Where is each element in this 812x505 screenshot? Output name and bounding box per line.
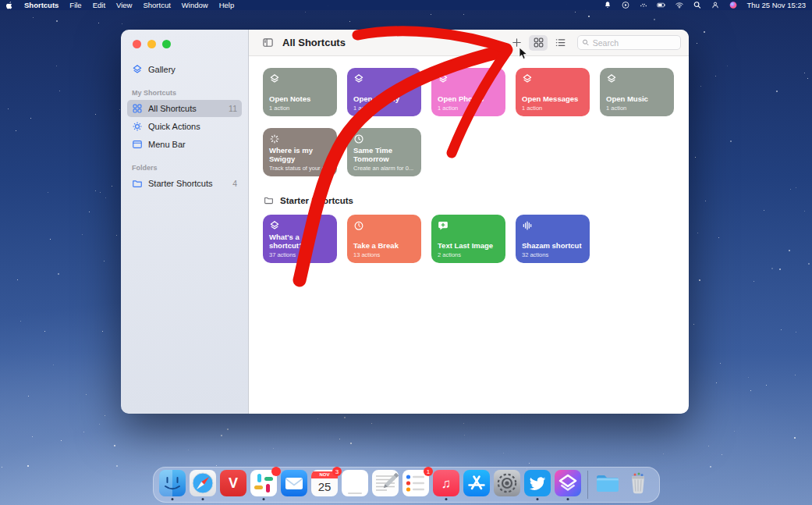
menu-item-help[interactable]: Help [219, 0, 235, 10]
menu-item-window[interactable]: Window [182, 0, 208, 10]
running-indicator [567, 498, 569, 500]
shortcuts-glyph-icon [522, 73, 533, 84]
shortcut-card-open-spotify[interactable]: Open Spotify1 action [347, 68, 421, 116]
shortcuts-glyph-icon [132, 64, 143, 75]
minimize-window-button[interactable] [147, 40, 156, 48]
shortcut-action-count: 37 actions [269, 251, 332, 258]
sidebar-item-label: Starter Shortcuts [148, 179, 232, 188]
sidebar-item-label: Menu Bar [148, 140, 237, 149]
dock-icon-folder-blue[interactable] [594, 470, 621, 500]
shortcut-card-open-messages[interactable]: Open Messages1 action [516, 68, 590, 116]
menu-item-edit[interactable]: Edit [93, 0, 105, 10]
page-title: All Shortcuts [282, 37, 346, 48]
dock-badge [271, 467, 281, 476]
shortcut-action-count: 13 actions [353, 251, 417, 258]
shortcut-card-where-is-my-swiggy[interactable]: Where is my SwiggyTrack status of your o… [263, 128, 337, 176]
apple-icon[interactable] [6, 1, 13, 9]
shortcut-action-count: 32 actions [522, 251, 585, 258]
shortcut-card-open-music[interactable]: Open Music1 action [600, 68, 674, 116]
running-indicator [202, 498, 204, 500]
shortcut-title: Take a Break [353, 242, 417, 251]
sidebar-item-label: All Shortcuts [148, 104, 229, 113]
dock: VNOV2531♫ [153, 467, 660, 503]
dock-icon-vivaldi[interactable]: V [220, 470, 246, 500]
dock-icon-reminders[interactable]: 1 [402, 470, 429, 500]
sidebar-section-header: My Shortcuts [121, 89, 248, 97]
sidebar-item-label: Gallery [148, 65, 237, 74]
dock-icon-textedit[interactable] [372, 470, 399, 500]
plus-icon [510, 37, 523, 48]
dock-icon-settings[interactable] [494, 470, 520, 500]
shortcuts-glyph-icon [269, 73, 280, 84]
sidebar-item-starter-shortcuts[interactable]: Starter Shortcuts4 [127, 175, 242, 192]
dock-icon-slack[interactable] [250, 470, 277, 500]
dock-icon-music[interactable]: ♫ [433, 470, 459, 500]
shortcut-card-shazam-shortcut[interactable]: Shazam shortcut32 actions [516, 215, 590, 263]
close-window-button[interactable] [133, 40, 141, 48]
sidebar-item-menu-bar[interactable]: Menu Bar [127, 136, 242, 153]
shortcut-action-count: Track status of your o... [269, 165, 332, 172]
sidebar-item-all-shortcuts[interactable]: All Shortcuts11 [127, 100, 242, 117]
wifi-icon[interactable] [675, 1, 684, 9]
folder-icon [263, 195, 275, 205]
user-switch-icon[interactable] [711, 1, 720, 9]
menu-item-file[interactable]: File [69, 0, 81, 10]
zoom-window-button[interactable] [162, 40, 171, 48]
dock-icon-appstore[interactable] [463, 470, 490, 500]
dock-icon-twitter[interactable] [524, 470, 551, 500]
shortcut-title: Where is my Swiggy [269, 147, 332, 164]
shortcuts-glyph-icon [353, 73, 364, 84]
list-view-button[interactable] [551, 35, 569, 51]
add-shortcut-button[interactable] [507, 35, 526, 51]
shortcut-card-text-last-image[interactable]: Text Last Image2 actions [431, 215, 505, 263]
dock-badge: 1 [424, 467, 433, 476]
sidebar-item-gallery[interactable]: Gallery [127, 61, 242, 78]
shortcut-title: Text Last Image [438, 242, 501, 251]
shortcut-title: Open Photos [438, 95, 501, 104]
shortcut-card-what-s-a-shortcut-[interactable]: What's a shortcut?37 actions [263, 215, 337, 263]
dock-icon-shortcuts[interactable] [555, 470, 581, 500]
grid-icon [132, 103, 143, 114]
shortcut-card-same-time-tomorrow[interactable]: Same Time TomorrowCreate an alarm for 0.… [347, 128, 421, 176]
battery-icon[interactable] [657, 1, 666, 9]
now-playing-icon[interactable] [621, 1, 630, 9]
grid-view-button[interactable] [529, 35, 548, 51]
timer-icon [353, 220, 364, 231]
sidebar-toggle-icon[interactable] [261, 37, 275, 48]
shortcut-card-take-a-break[interactable]: Take a Break13 actions [347, 215, 421, 263]
waveform-icon [522, 220, 533, 231]
dock-separator [587, 471, 588, 499]
sidebar-item-quick-actions[interactable]: Quick Actions [127, 118, 242, 135]
bell-icon[interactable] [603, 1, 612, 9]
menu-bar-left: ShortcutsFileEditViewShortcutWindowHelp [6, 0, 234, 10]
siri-icon[interactable] [729, 1, 738, 9]
spotlight-icon[interactable] [693, 1, 702, 9]
shortcut-card-open-photos[interactable]: Open Photos1 action [431, 68, 505, 116]
search-input[interactable] [593, 38, 676, 48]
menu-bar-status-area: Thu 25 Nov 15:23 [603, 1, 806, 9]
menu-item-view[interactable]: View [116, 0, 132, 10]
shortcut-action-count: 1 action [269, 105, 332, 112]
dock-icon-trash[interactable] [625, 470, 651, 500]
search-field[interactable] [577, 35, 681, 50]
dock-icon-finder[interactable] [159, 470, 186, 500]
dock-icon-notes[interactable] [342, 470, 368, 500]
shortcut-action-count: 1 action [353, 105, 417, 112]
gear-icon [132, 121, 143, 132]
toolbar: All Shortcuts [249, 30, 689, 56]
dock-icon-safari[interactable] [190, 470, 216, 500]
dock-icon-calendar[interactable]: NOV253 [311, 470, 338, 500]
menu-item-shortcuts[interactable]: Shortcuts [24, 0, 59, 10]
running-indicator [537, 498, 539, 500]
sparkle-icon [269, 133, 280, 144]
dock-icon-mail[interactable] [281, 470, 307, 500]
shortcut-title: Same Time Tomorrow [353, 147, 417, 164]
shortcuts-glyph-icon [606, 73, 617, 84]
sidebar-item-count: 11 [229, 104, 237, 113]
shortcut-card-open-notes[interactable]: Open Notes1 action [263, 68, 337, 116]
menu-bar-clock[interactable]: Thu 25 Nov 15:23 [746, 1, 806, 9]
keyboard-dots-icon[interactable] [639, 1, 648, 9]
shortcut-action-count: 1 action [606, 105, 669, 112]
shortcut-action-count: 1 action [522, 105, 585, 112]
menu-item-shortcut[interactable]: Shortcut [143, 0, 170, 10]
